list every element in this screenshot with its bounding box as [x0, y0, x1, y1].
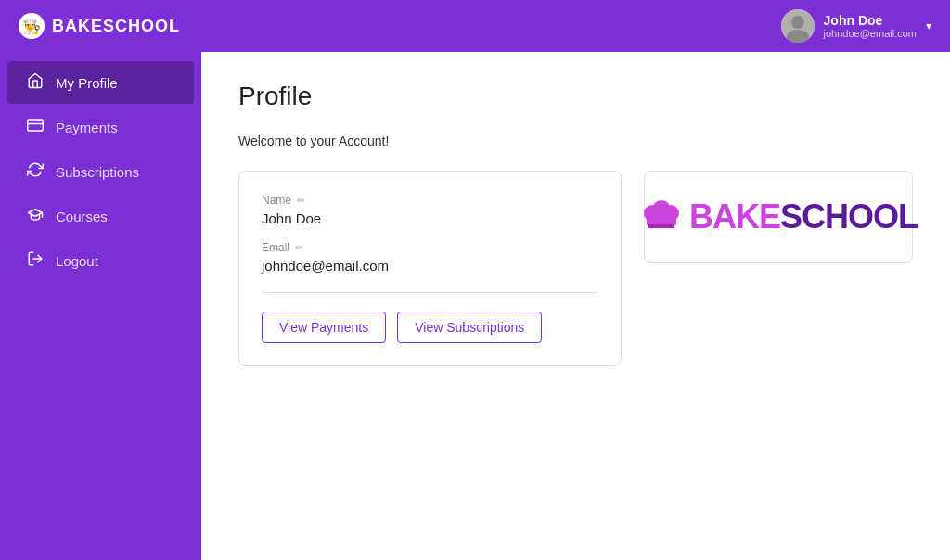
name-value: John Doe — [262, 210, 598, 226]
email-value: johndoe@email.com — [262, 258, 598, 274]
logo-card-inner: BAKE SCHOOL — [639, 197, 918, 236]
view-subscriptions-button[interactable]: View Subscriptions — [397, 312, 542, 343]
user-email: johndoe@email.com — [824, 28, 917, 39]
app-header: 👨‍🍳 BAKESCHOOL John Doe johndoe@email.co… — [0, 0, 950, 52]
sidebar-item-subscriptions[interactable]: Subscriptions — [7, 150, 194, 193]
svg-rect-3 — [28, 120, 44, 131]
logo[interactable]: 👨‍🍳 BAKESCHOOL — [19, 13, 180, 39]
sidebar-item-label: Logout — [56, 253, 98, 269]
layout: My Profile Payments Subscriptions Course… — [0, 52, 950, 560]
card-actions: View Payments View Subscriptions — [262, 312, 598, 343]
avatar — [781, 9, 815, 43]
sidebar: My Profile Payments Subscriptions Course… — [0, 52, 201, 560]
email-field-group: Email ✏ johndoe@email.com — [262, 241, 598, 274]
credit-card-icon — [26, 117, 45, 137]
name-field-group: Name ✏ John Doe — [262, 194, 598, 226]
email-edit-icon[interactable]: ✏ — [295, 242, 303, 254]
content-row: Name ✏ John Doe Email ✏ johndoe@email.co… — [238, 171, 913, 366]
user-name: John Doe — [824, 13, 917, 28]
graduation-cap-icon — [26, 206, 45, 226]
sidebar-item-label: My Profile — [56, 75, 118, 91]
sidebar-item-label: Subscriptions — [56, 164, 139, 180]
email-label: Email ✏ — [262, 241, 598, 254]
sidebar-item-my-profile[interactable]: My Profile — [7, 61, 194, 104]
sidebar-item-payments[interactable]: Payments — [7, 106, 194, 148]
name-edit-icon[interactable]: ✏ — [297, 195, 305, 207]
main-content: Profile Welcome to your Account! Name ✏ … — [201, 52, 950, 560]
chef-hat-icon — [639, 198, 684, 235]
svg-point-1 — [791, 16, 804, 29]
page-title: Profile — [238, 82, 913, 111]
logout-icon — [26, 250, 45, 271]
home-icon — [26, 72, 45, 93]
sidebar-item-courses[interactable]: Courses — [7, 195, 194, 237]
user-info: John Doe johndoe@email.com — [824, 13, 917, 39]
user-menu[interactable]: John Doe johndoe@email.com ▾ — [781, 9, 931, 43]
name-label: Name ✏ — [262, 194, 598, 207]
refresh-icon — [26, 161, 45, 182]
view-payments-button[interactable]: View Payments — [262, 312, 386, 343]
logo-card: BAKE SCHOOL — [644, 171, 913, 263]
logo-card-text: BAKE SCHOOL — [689, 197, 918, 236]
card-divider — [262, 292, 598, 293]
chevron-down-icon: ▾ — [926, 19, 931, 32]
svg-rect-11 — [648, 224, 674, 228]
sidebar-item-label: Payments — [56, 120, 118, 135]
sidebar-item-logout[interactable]: Logout — [7, 239, 194, 282]
sidebar-item-label: Courses — [56, 209, 108, 224]
logo-text: BAKESCHOOL — [52, 17, 180, 36]
profile-card: Name ✏ John Doe Email ✏ johndoe@email.co… — [238, 171, 622, 366]
logo-icon: 👨‍🍳 — [19, 13, 45, 39]
svg-rect-10 — [647, 218, 676, 225]
welcome-message: Welcome to your Account! — [238, 134, 913, 148]
